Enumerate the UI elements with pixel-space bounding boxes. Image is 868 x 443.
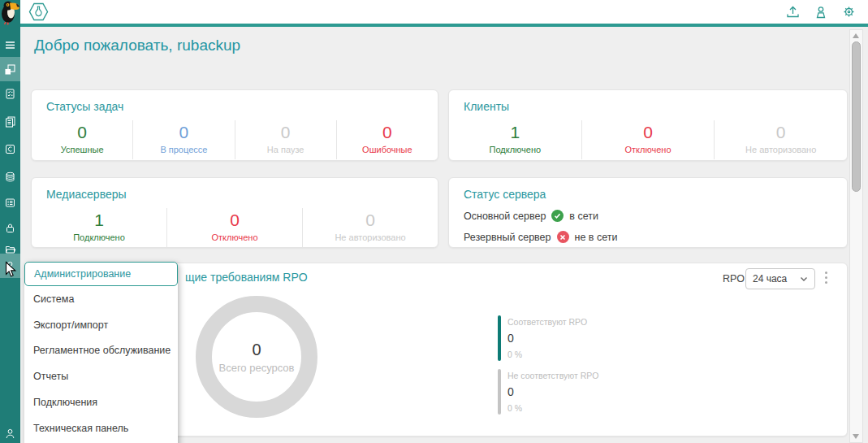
legend-color-bar (498, 315, 501, 361)
rpo-period-select[interactable]: 24 часа (745, 268, 815, 289)
sidebar-item-server-list[interactable] (0, 190, 20, 215)
rpo-card-title: щие требованиям RPO (185, 271, 308, 284)
settings-gear-icon[interactable] (841, 4, 857, 20)
scroll-up-arrow-icon[interactable] (853, 33, 859, 38)
stat-errored: 0 Ошибочные (336, 120, 438, 159)
menu-header: Администрирование (24, 262, 178, 286)
backup-server-label: Резервный сервер (464, 232, 551, 243)
chevron-down-icon (800, 276, 808, 282)
card-server-status: Статус сервера Основной сервер в сети Ре… (448, 177, 848, 248)
donut-total-value: 0 (252, 341, 261, 359)
primary-server-label: Основной сервер (464, 211, 546, 222)
stat-paused: 0 На паузе (235, 120, 336, 159)
user-icon (4, 428, 16, 440)
card-task-statuses: Статусы задач 0 Успешные 0 В процессе 0 … (31, 89, 438, 161)
copies-icon (4, 115, 16, 128)
sidebar-item-copy-rules[interactable] (0, 137, 20, 161)
administration-menu: Администрирование Система Экспорт/импорт… (24, 262, 178, 443)
stat-connected: 1 Подключено (32, 208, 166, 247)
menu-item-technical-panel[interactable]: Техническая панель (24, 415, 178, 441)
sidebar-item-storage[interactable] (0, 164, 20, 189)
scrollbar-thumb[interactable] (852, 41, 861, 192)
menu-item-maintenance[interactable]: Регламентное обслуживание (24, 338, 178, 364)
primary-server-status: в сети (569, 211, 598, 222)
card-title: Медиасерверы (46, 188, 438, 201)
donut-total-label: Всего ресурсов (218, 362, 294, 374)
sidebar-item-copies[interactable] (0, 109, 20, 133)
cross-circle-icon (557, 231, 569, 243)
copy-c-icon (4, 143, 16, 155)
user-icon[interactable] (814, 5, 828, 20)
menu-item-connections[interactable]: Подключения (24, 389, 178, 415)
stat-in-progress: 0 В процессе (132, 120, 234, 159)
storage-icon (4, 171, 16, 183)
hexagon-flask-icon (28, 2, 50, 22)
sidebar-item-dashboard[interactable] (0, 57, 20, 81)
menu-icon[interactable] (0, 33, 20, 57)
stats-row: 0 Успешные 0 В процессе 0 На паузе 0 Оши… (32, 120, 438, 159)
app-window: Добро пожаловать, rubackup Статусы задач… (0, 0, 868, 443)
stat-disconnected: 0 Отключено (166, 208, 302, 247)
stats-row: 1 Подключено 0 Отключено 0 Не авторизова… (32, 208, 438, 247)
legend-noncompliant: Не соответствуют RPO 0 0 % (498, 369, 598, 415)
stat-successful: 0 Успешные (32, 120, 132, 159)
card-title: Клиенты (464, 100, 847, 113)
rpo-label: RPO (723, 273, 745, 284)
server-list-icon (4, 197, 16, 209)
server-status-row-backup: Резервный сервер не в сети (464, 231, 847, 243)
server-status-row-primary: Основной сервер в сети (464, 210, 847, 222)
card-media-servers: Медиасерверы 1 Подключено 0 Отключено 0 … (31, 177, 438, 248)
menu-item-system[interactable]: Система (24, 286, 178, 312)
vertical-scrollbar[interactable] (849, 29, 863, 443)
stat-disconnected: 0 Отключено (581, 120, 715, 159)
sidebar-user-bottom[interactable] (0, 421, 20, 443)
legend-color-bar (498, 369, 501, 415)
sidebar (0, 0, 20, 443)
stat-unauthorized: 0 Не авторизовано (714, 120, 847, 159)
topbar (20, 0, 868, 27)
legend-compliant: Соответствуют RPO 0 0 % (498, 315, 587, 361)
rpo-period-value: 24 часа (753, 273, 787, 284)
menu-item-reports[interactable]: Отчеты (24, 363, 178, 389)
lock-icon (4, 222, 16, 234)
kebab-menu-icon[interactable] (823, 270, 829, 285)
stat-unauthorized: 0 Не авторизовано (302, 208, 438, 247)
backup-server-status: не в сети (575, 232, 618, 243)
toucan-logo-icon (0, 0, 20, 25)
page-title: Добро пожаловать, rubackup (34, 37, 240, 54)
card-title: Статусы задач (46, 100, 438, 113)
scroll-down-arrow-icon[interactable] (853, 434, 859, 439)
topbar-actions (785, 4, 868, 20)
card-clients: Клиенты 1 Подключено 0 Отключено 0 Не ав… (448, 89, 848, 161)
resources-donut-chart: 0 Всего ресурсов (196, 296, 317, 418)
sidebar-item-tasks[interactable] (0, 81, 20, 106)
stats-row: 1 Подключено 0 Отключено 0 Не авторизова… (449, 120, 847, 159)
app-logo[interactable] (28, 2, 50, 22)
stat-connected: 1 Подключено (449, 120, 581, 159)
check-circle-icon (551, 210, 564, 222)
mouse-cursor-icon (5, 261, 17, 279)
upload-icon[interactable] (785, 4, 801, 20)
task-list-icon (4, 88, 16, 100)
menu-item-export-import[interactable]: Экспорт/импорт (24, 312, 178, 338)
card-title: Статус сервера (464, 188, 847, 201)
dashboard-icon (4, 63, 16, 76)
